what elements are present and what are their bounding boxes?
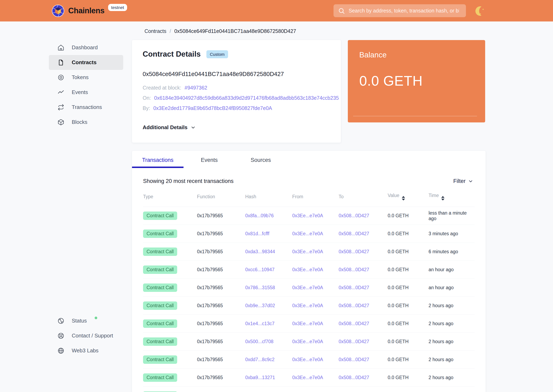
brand[interactable]: Chainlens testnet (51, 0, 127, 21)
transactions-card: Transactions Events Sources Showing 20 m… (132, 151, 486, 392)
tx-to-link[interactable]: 0x508...0D427 (339, 231, 369, 236)
search-bar[interactable] (334, 4, 466, 17)
creator-address-link[interactable]: 0x3Ee2ded1779aE9b65d78bcB24fB950827fde7e… (153, 105, 272, 111)
tx-hash-link[interactable]: 0xb9e...37d02 (245, 303, 275, 308)
tx-type-badge: Contract Call (143, 319, 177, 328)
tx-type-badge: Contract Call (143, 355, 177, 364)
sidebar-footer: Status Contact / Support Web3 Labs (49, 313, 123, 358)
tx-from-link[interactable]: 0x3Ee...e7e0A (292, 375, 323, 380)
dark-mode-toggle[interactable] (474, 5, 487, 17)
tx-type-badge: Contract Call (143, 301, 177, 310)
tx-to-link[interactable]: 0x508...0D427 (339, 267, 369, 272)
sidebar-item-label: Events (72, 89, 88, 95)
column-header-function: Function (197, 193, 245, 207)
tx-time: 2 hours ago (428, 297, 475, 315)
tx-from-link[interactable]: 0x3Ee...e7e0A (292, 339, 323, 344)
tx-value (388, 387, 428, 392)
column-header-to: To (339, 193, 388, 207)
tx-value: 0.0 GETH (388, 261, 428, 279)
sidebar-item-contracts[interactable]: Contracts (49, 55, 123, 70)
sidebar-item-tokens[interactable]: Tokens (49, 70, 123, 85)
tab-events[interactable]: Events (183, 151, 235, 168)
tab-bar: Transactions Events Sources (132, 151, 486, 168)
sidebar-item-blocks[interactable]: Blocks (49, 115, 123, 130)
tab-sources[interactable]: Sources (235, 151, 287, 168)
tx-value: 0.0 GETH (388, 243, 428, 261)
sidebar-item-events[interactable]: Events (49, 85, 123, 100)
chainlens-logo-icon (51, 4, 65, 17)
additional-details-toggle[interactable]: Additional Details (143, 124, 196, 131)
additional-details-label: Additional Details (143, 124, 188, 131)
transaction-row: Contract Call 0x17b79565 0x81d...fcfff 0… (143, 225, 475, 243)
tx-from-link[interactable]: 0x3Ee...e7e0A (292, 267, 323, 272)
created-on-row: On: 0x6184e39404927d8c59db66a833d9d2d971… (143, 95, 330, 101)
contract-details-card: Contract Details Custom 0x5084ce649Fd11e… (132, 40, 341, 143)
on-label: On: (143, 95, 151, 101)
search-icon (338, 7, 345, 14)
sidebar-item-label: Tokens (72, 74, 89, 81)
tx-time: an hour ago (428, 279, 475, 297)
network-badge: testnet (108, 4, 127, 11)
tx-hash-link[interactable]: 0x81d...fcfff (245, 231, 269, 236)
tx-hash-link[interactable]: 0xcc6...10947 (245, 267, 274, 272)
tx-to-link[interactable]: 0x508...0D427 (339, 303, 369, 308)
tx-to-link[interactable]: 0x508...0D427 (339, 357, 369, 362)
sidebar-item-label: Contact / Support (72, 333, 113, 339)
sidebar-item-status[interactable]: Status (49, 313, 123, 328)
table-header-row: Type Function Hash From To Value Time (143, 193, 475, 207)
tx-time: less than a minute ago (428, 207, 475, 225)
tx-function: 0x17b79565 (197, 369, 245, 387)
home-icon (57, 44, 64, 51)
tx-value: 0.0 GETH (388, 279, 428, 297)
sort-time-icon[interactable] (441, 196, 444, 201)
tx-from-link[interactable]: 0x3Ee...e7e0A (292, 321, 323, 326)
breadcrumb-contracts-link[interactable]: Contracts (145, 28, 166, 34)
sidebar-item-contact-support[interactable]: Contact / Support (49, 328, 123, 343)
tx-to-link[interactable]: 0x508...0D427 (339, 339, 369, 344)
tx-type-badge: Contract Call (143, 283, 177, 292)
tx-hash-link[interactable]: 0xda3...98344 (245, 249, 275, 254)
chevron-down-icon (190, 125, 196, 130)
tx-to-link[interactable]: 0x508...0D427 (339, 249, 369, 254)
transactions-table-body: Contract Call 0x17b79565 0x8fa...09b76 0… (143, 207, 475, 392)
tx-to-link[interactable]: 0x508...0D427 (339, 321, 369, 326)
tx-time: 3 minutes ago (428, 225, 475, 243)
token-icon (57, 74, 64, 81)
tx-from-link[interactable]: 0x3Ee...e7e0A (292, 231, 323, 236)
tab-transactions[interactable]: Transactions (132, 151, 183, 168)
tx-time: 2 hours ago (428, 369, 475, 387)
tx-from-link[interactable]: 0x3Ee...e7e0A (292, 285, 323, 290)
sort-value-icon[interactable] (402, 196, 405, 201)
created-at-block-label: Created at block: (143, 85, 181, 91)
filter-button[interactable]: Filter (452, 178, 475, 185)
tx-hash-link[interactable]: 0x8fa...09b76 (245, 213, 274, 218)
sidebar-item-dashboard[interactable]: Dashboard (49, 40, 123, 55)
tx-hash-link[interactable]: 0xba9...13271 (245, 375, 275, 380)
tx-to-link[interactable]: 0x508...0D427 (339, 213, 369, 218)
tx-hash-link[interactable]: 0x786...31558 (245, 285, 275, 290)
tx-from-link[interactable]: 0x3Ee...e7e0A (292, 357, 323, 362)
tx-value: 0.0 GETH (388, 369, 428, 387)
tx-hash-link[interactable]: 0xdd7...8c9c2 (245, 357, 274, 362)
tx-to-link[interactable]: 0x508...0D427 (339, 285, 369, 290)
search-input[interactable] (348, 7, 459, 14)
sidebar-item-web3-labs[interactable]: Web3 Labs (49, 343, 123, 358)
brand-name: Chainlens (68, 6, 105, 15)
tx-from-link[interactable]: 0x3Ee...e7e0A (292, 303, 323, 308)
transaction-row: Contract Call (143, 387, 475, 392)
tx-value: 0.0 GETH (388, 351, 428, 369)
tx-value: 0.0 GETH (388, 297, 428, 315)
sidebar-item-transactions[interactable]: Transactions (49, 100, 123, 115)
tx-function: 0x17b79565 (197, 351, 245, 369)
tx-hash-link[interactable]: 0x500...cf708 (245, 339, 273, 344)
tx-from-link[interactable]: 0x3Ee...e7e0A (292, 249, 323, 254)
creation-tx-hash-link[interactable]: 0x6184e39404927d8c59db66a833d9d2d971476f… (154, 95, 339, 101)
balance-card: Balance 0.0 GETH (348, 40, 485, 122)
created-block-link[interactable]: #9497362 (185, 85, 207, 91)
table-toolbar: Showing 20 most recent transactions Filt… (132, 168, 486, 185)
contract-address: 0x5084ce649Fd11e0441BC71aa48e9D8672580D4… (143, 71, 330, 77)
tx-hash-link[interactable]: 0x1e4...c13c7 (245, 321, 274, 326)
tx-to-link[interactable]: 0x508...0D427 (339, 375, 369, 380)
globe-icon (57, 347, 64, 354)
tx-from-link[interactable]: 0x3Ee...e7e0A (292, 213, 323, 218)
